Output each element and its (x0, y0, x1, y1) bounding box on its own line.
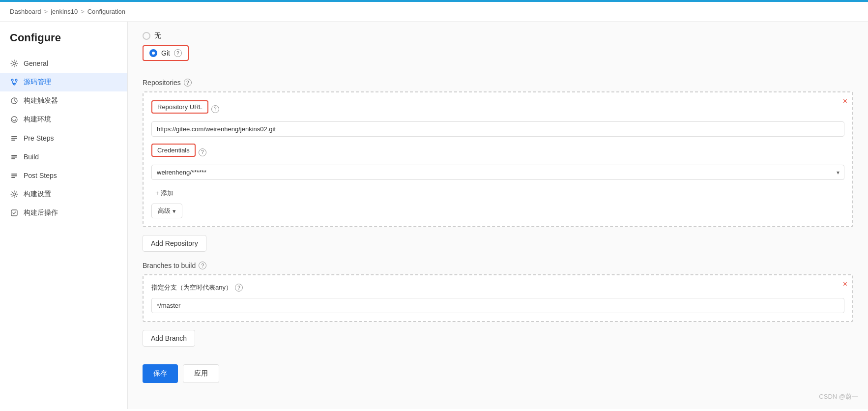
svg-rect-14 (11, 177, 15, 178)
sidebar-item-build-settings[interactable]: 构建设置 (0, 185, 127, 204)
svg-rect-7 (11, 138, 17, 139)
credentials-select[interactable]: weirenheng/****** (151, 165, 844, 180)
branch-spec-input[interactable] (151, 298, 844, 313)
advanced-button[interactable]: 高级 ▾ (151, 204, 182, 218)
post-build-icon (10, 208, 19, 217)
credentials-help-icon[interactable]: ? (199, 148, 206, 156)
radio-none-circle (143, 32, 150, 40)
breadcrumb-dashboard[interactable]: Dashboard (10, 8, 41, 15)
breadcrumb-configuration: Configuration (87, 8, 125, 15)
sidebar-label-post-build: 构建后操作 (24, 208, 58, 217)
source-icon (10, 78, 19, 87)
sidebar-label-trigger: 构建触发器 (24, 96, 58, 105)
svg-point-2 (15, 79, 17, 81)
build-icon (10, 152, 19, 161)
branches-help-icon[interactable]: ? (199, 262, 206, 269)
svg-point-0 (13, 62, 16, 65)
repository-url-group: Repository URL ? (151, 100, 844, 137)
sidebar-label-pre-steps: Pre Steps (24, 134, 54, 142)
credentials-select-wrapper: weirenheng/****** ▾ (151, 165, 844, 180)
sidebar-label-post-steps: Post Steps (24, 172, 57, 179)
settings-icon (10, 59, 19, 68)
svg-rect-10 (11, 157, 17, 158)
repository-box: × Repository URL ? Credentials ? (143, 91, 853, 227)
breadcrumb-sep-1: > (44, 8, 48, 15)
sidebar-label-general: General (24, 59, 48, 67)
trigger-icon (10, 96, 19, 105)
add-branch-label: Add Branch (151, 334, 187, 342)
advanced-chevron-icon: ▾ (173, 207, 176, 215)
svg-rect-16 (11, 210, 17, 216)
main-content: 无 Git ? Repositories ? × (128, 22, 868, 409)
sidebar: Configure General 源码管理 构建触发器 (0, 22, 128, 409)
sidebar-label-env: 构建环境 (24, 115, 51, 124)
svg-rect-9 (11, 155, 17, 156)
apply-button[interactable]: 应用 (183, 364, 219, 383)
credentials-label: Credentials (157, 147, 190, 154)
sidebar-label-source: 源码管理 (24, 78, 51, 87)
svg-point-1 (11, 79, 13, 81)
sidebar-item-post-build[interactable]: 构建后操作 (0, 204, 127, 222)
sidebar-item-pre-steps[interactable]: Pre Steps (0, 129, 127, 147)
repo-url-label: Repository URL (157, 103, 203, 111)
sidebar-title: Configure (0, 31, 127, 54)
bottom-buttons: 保存 应用 (143, 356, 853, 391)
sidebar-item-build[interactable]: Build (0, 147, 127, 166)
credentials-group: Credentials ? weirenheng/****** ▾ (151, 144, 844, 180)
sidebar-label-build: Build (24, 153, 39, 161)
git-help-icon[interactable]: ? (174, 49, 182, 57)
branch-close-button[interactable]: × (843, 280, 847, 288)
repositories-section-label: Repositories ? (143, 79, 853, 87)
radio-none[interactable]: 无 (143, 31, 853, 40)
svg-rect-6 (11, 136, 17, 137)
breadcrumb-sep-2: > (81, 8, 85, 15)
save-button[interactable]: 保存 (143, 364, 178, 383)
scm-radio-group: 无 Git ? (143, 31, 853, 71)
git-box: Git ? (143, 45, 189, 61)
branch-box: × 指定分支（为空时代表any） ? (143, 274, 853, 322)
credentials-label-box: Credentials (151, 144, 196, 157)
add-credentials-label: + 添加 (155, 189, 174, 198)
svg-point-15 (13, 193, 16, 196)
add-branch-button[interactable]: Add Branch (143, 330, 195, 347)
svg-rect-12 (11, 174, 17, 175)
repositories-help-icon[interactable]: ? (184, 79, 192, 87)
sidebar-item-general[interactable]: General (0, 54, 127, 73)
branch-spec-label: 指定分支（为空时代表any） (151, 283, 232, 292)
svg-rect-11 (11, 158, 15, 159)
radio-git[interactable]: Git (149, 49, 170, 57)
branch-spec-help-icon[interactable]: ? (235, 284, 243, 292)
repository-close-button[interactable]: × (843, 97, 847, 105)
pre-steps-icon (10, 134, 19, 143)
add-credentials-button[interactable]: + 添加 (151, 187, 177, 200)
sidebar-label-build-settings: 构建设置 (24, 190, 51, 199)
repositories-label-text: Repositories (143, 79, 181, 87)
breadcrumb: Dashboard > jenkins10 > Configuration (0, 2, 868, 22)
post-steps-icon (10, 171, 19, 180)
branches-label-text: Branches to build (143, 262, 196, 269)
add-repository-label: Add Repository (151, 239, 198, 247)
svg-rect-8 (11, 140, 15, 141)
breadcrumb-jenkins10[interactable]: jenkins10 (51, 8, 78, 15)
repo-url-help-icon[interactable]: ? (211, 105, 219, 113)
radio-git-circle (149, 49, 157, 57)
settings2-icon (10, 190, 19, 199)
svg-rect-13 (11, 176, 17, 176)
advanced-label: 高级 (158, 206, 171, 215)
sidebar-item-build-env[interactable]: 构建环境 (0, 110, 127, 129)
radio-none-label: 无 (154, 31, 161, 40)
watermark: CSDN @蔚一 (819, 392, 858, 401)
env-icon (10, 115, 19, 124)
add-repository-button[interactable]: Add Repository (143, 235, 206, 252)
radio-git-label: Git (161, 49, 170, 57)
repo-url-label-box: Repository URL (151, 100, 208, 114)
sidebar-item-source-control[interactable]: 源码管理 (0, 73, 127, 91)
sidebar-item-post-steps[interactable]: Post Steps (0, 166, 127, 185)
branches-section-label: Branches to build ? (143, 262, 853, 269)
svg-point-5 (11, 117, 17, 122)
sidebar-item-build-trigger[interactable]: 构建触发器 (0, 91, 127, 110)
repo-url-input[interactable] (151, 121, 844, 137)
branch-spec-group: 指定分支（为空时代表any） ? (151, 283, 844, 313)
branch-spec-label-wrap: 指定分支（为空时代表any） ? (151, 283, 844, 292)
